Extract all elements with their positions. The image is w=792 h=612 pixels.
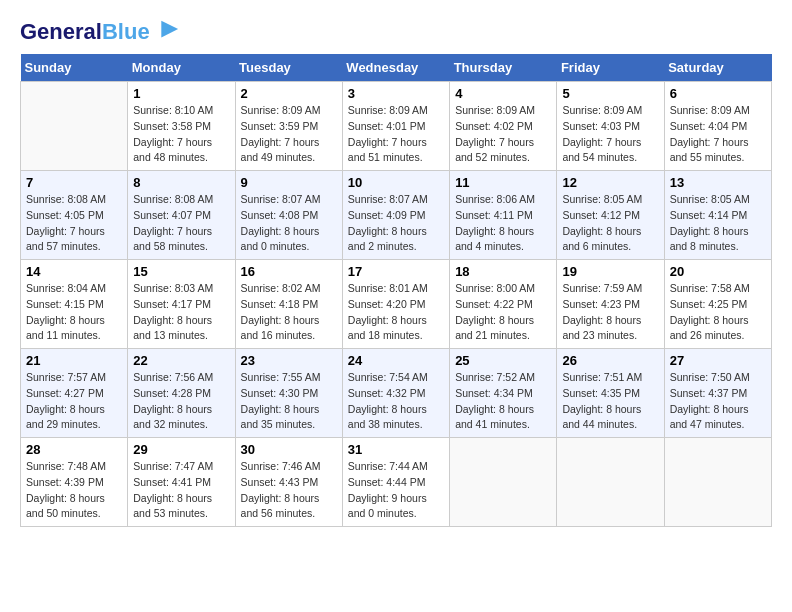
- day-number: 29: [133, 442, 229, 457]
- day-info: Sunrise: 7:59 AMSunset: 4:23 PMDaylight:…: [562, 281, 658, 344]
- logo: GeneralBlue: [20, 20, 180, 44]
- calendar-cell: [664, 438, 771, 527]
- day-number: 20: [670, 264, 766, 279]
- calendar-table: SundayMondayTuesdayWednesdayThursdayFrid…: [20, 54, 772, 527]
- day-number: 14: [26, 264, 122, 279]
- day-info: Sunrise: 7:47 AMSunset: 4:41 PMDaylight:…: [133, 459, 229, 522]
- day-number: 11: [455, 175, 551, 190]
- day-info: Sunrise: 8:08 AMSunset: 4:05 PMDaylight:…: [26, 192, 122, 255]
- calendar-cell: 10Sunrise: 8:07 AMSunset: 4:09 PMDayligh…: [342, 171, 449, 260]
- day-info: Sunrise: 8:09 AMSunset: 4:04 PMDaylight:…: [670, 103, 766, 166]
- week-row-2: 7Sunrise: 8:08 AMSunset: 4:05 PMDaylight…: [21, 171, 772, 260]
- calendar-cell: [450, 438, 557, 527]
- calendar-cell: 12Sunrise: 8:05 AMSunset: 4:12 PMDayligh…: [557, 171, 664, 260]
- calendar-cell: 14Sunrise: 8:04 AMSunset: 4:15 PMDayligh…: [21, 260, 128, 349]
- day-number: 10: [348, 175, 444, 190]
- calendar-cell: 2Sunrise: 8:09 AMSunset: 3:59 PMDaylight…: [235, 82, 342, 171]
- week-row-3: 14Sunrise: 8:04 AMSunset: 4:15 PMDayligh…: [21, 260, 772, 349]
- calendar-cell: [21, 82, 128, 171]
- day-info: Sunrise: 8:05 AMSunset: 4:14 PMDaylight:…: [670, 192, 766, 255]
- calendar-cell: 28Sunrise: 7:48 AMSunset: 4:39 PMDayligh…: [21, 438, 128, 527]
- day-number: 1: [133, 86, 229, 101]
- day-number: 6: [670, 86, 766, 101]
- logo-icon: [152, 16, 180, 44]
- weekday-header-saturday: Saturday: [664, 54, 771, 82]
- day-info: Sunrise: 8:09 AMSunset: 4:01 PMDaylight:…: [348, 103, 444, 166]
- calendar-cell: 17Sunrise: 8:01 AMSunset: 4:20 PMDayligh…: [342, 260, 449, 349]
- day-info: Sunrise: 8:02 AMSunset: 4:18 PMDaylight:…: [241, 281, 337, 344]
- week-row-1: 1Sunrise: 8:10 AMSunset: 3:58 PMDaylight…: [21, 82, 772, 171]
- day-number: 31: [348, 442, 444, 457]
- calendar-cell: 9Sunrise: 8:07 AMSunset: 4:08 PMDaylight…: [235, 171, 342, 260]
- day-info: Sunrise: 8:09 AMSunset: 4:03 PMDaylight:…: [562, 103, 658, 166]
- day-info: Sunrise: 8:05 AMSunset: 4:12 PMDaylight:…: [562, 192, 658, 255]
- calendar-cell: 5Sunrise: 8:09 AMSunset: 4:03 PMDaylight…: [557, 82, 664, 171]
- calendar-cell: 7Sunrise: 8:08 AMSunset: 4:05 PMDaylight…: [21, 171, 128, 260]
- day-info: Sunrise: 8:08 AMSunset: 4:07 PMDaylight:…: [133, 192, 229, 255]
- calendar-cell: 21Sunrise: 7:57 AMSunset: 4:27 PMDayligh…: [21, 349, 128, 438]
- calendar-cell: 18Sunrise: 8:00 AMSunset: 4:22 PMDayligh…: [450, 260, 557, 349]
- day-number: 23: [241, 353, 337, 368]
- weekday-header-tuesday: Tuesday: [235, 54, 342, 82]
- day-info: Sunrise: 8:09 AMSunset: 4:02 PMDaylight:…: [455, 103, 551, 166]
- day-info: Sunrise: 7:57 AMSunset: 4:27 PMDaylight:…: [26, 370, 122, 433]
- day-number: 9: [241, 175, 337, 190]
- day-number: 2: [241, 86, 337, 101]
- day-number: 3: [348, 86, 444, 101]
- page-header: GeneralBlue: [20, 20, 772, 44]
- day-info: Sunrise: 7:50 AMSunset: 4:37 PMDaylight:…: [670, 370, 766, 433]
- day-info: Sunrise: 7:58 AMSunset: 4:25 PMDaylight:…: [670, 281, 766, 344]
- day-number: 15: [133, 264, 229, 279]
- day-number: 30: [241, 442, 337, 457]
- day-info: Sunrise: 7:56 AMSunset: 4:28 PMDaylight:…: [133, 370, 229, 433]
- weekday-header-sunday: Sunday: [21, 54, 128, 82]
- calendar-cell: 26Sunrise: 7:51 AMSunset: 4:35 PMDayligh…: [557, 349, 664, 438]
- day-number: 5: [562, 86, 658, 101]
- day-number: 16: [241, 264, 337, 279]
- calendar-cell: 30Sunrise: 7:46 AMSunset: 4:43 PMDayligh…: [235, 438, 342, 527]
- weekday-header-thursday: Thursday: [450, 54, 557, 82]
- day-number: 21: [26, 353, 122, 368]
- day-info: Sunrise: 8:01 AMSunset: 4:20 PMDaylight:…: [348, 281, 444, 344]
- day-number: 13: [670, 175, 766, 190]
- day-info: Sunrise: 7:46 AMSunset: 4:43 PMDaylight:…: [241, 459, 337, 522]
- calendar-cell: 27Sunrise: 7:50 AMSunset: 4:37 PMDayligh…: [664, 349, 771, 438]
- weekday-header-wednesday: Wednesday: [342, 54, 449, 82]
- day-info: Sunrise: 8:07 AMSunset: 4:09 PMDaylight:…: [348, 192, 444, 255]
- calendar-cell: 31Sunrise: 7:44 AMSunset: 4:44 PMDayligh…: [342, 438, 449, 527]
- calendar-cell: 16Sunrise: 8:02 AMSunset: 4:18 PMDayligh…: [235, 260, 342, 349]
- weekday-header-monday: Monday: [128, 54, 235, 82]
- calendar-cell: 29Sunrise: 7:47 AMSunset: 4:41 PMDayligh…: [128, 438, 235, 527]
- calendar-cell: [557, 438, 664, 527]
- day-info: Sunrise: 8:04 AMSunset: 4:15 PMDaylight:…: [26, 281, 122, 344]
- day-number: 28: [26, 442, 122, 457]
- day-number: 17: [348, 264, 444, 279]
- day-number: 19: [562, 264, 658, 279]
- calendar-cell: 11Sunrise: 8:06 AMSunset: 4:11 PMDayligh…: [450, 171, 557, 260]
- day-number: 24: [348, 353, 444, 368]
- calendar-cell: 25Sunrise: 7:52 AMSunset: 4:34 PMDayligh…: [450, 349, 557, 438]
- day-info: Sunrise: 7:55 AMSunset: 4:30 PMDaylight:…: [241, 370, 337, 433]
- calendar-cell: 22Sunrise: 7:56 AMSunset: 4:28 PMDayligh…: [128, 349, 235, 438]
- day-info: Sunrise: 7:54 AMSunset: 4:32 PMDaylight:…: [348, 370, 444, 433]
- day-number: 4: [455, 86, 551, 101]
- day-info: Sunrise: 7:48 AMSunset: 4:39 PMDaylight:…: [26, 459, 122, 522]
- svg-marker-0: [161, 21, 178, 38]
- calendar-cell: 4Sunrise: 8:09 AMSunset: 4:02 PMDaylight…: [450, 82, 557, 171]
- day-info: Sunrise: 8:07 AMSunset: 4:08 PMDaylight:…: [241, 192, 337, 255]
- day-number: 27: [670, 353, 766, 368]
- day-number: 22: [133, 353, 229, 368]
- day-info: Sunrise: 7:52 AMSunset: 4:34 PMDaylight:…: [455, 370, 551, 433]
- calendar-cell: 24Sunrise: 7:54 AMSunset: 4:32 PMDayligh…: [342, 349, 449, 438]
- day-info: Sunrise: 8:09 AMSunset: 3:59 PMDaylight:…: [241, 103, 337, 166]
- calendar-cell: 6Sunrise: 8:09 AMSunset: 4:04 PMDaylight…: [664, 82, 771, 171]
- calendar-cell: 1Sunrise: 8:10 AMSunset: 3:58 PMDaylight…: [128, 82, 235, 171]
- day-info: Sunrise: 7:44 AMSunset: 4:44 PMDaylight:…: [348, 459, 444, 522]
- calendar-cell: 3Sunrise: 8:09 AMSunset: 4:01 PMDaylight…: [342, 82, 449, 171]
- calendar-cell: 15Sunrise: 8:03 AMSunset: 4:17 PMDayligh…: [128, 260, 235, 349]
- day-number: 8: [133, 175, 229, 190]
- day-info: Sunrise: 8:00 AMSunset: 4:22 PMDaylight:…: [455, 281, 551, 344]
- day-info: Sunrise: 8:10 AMSunset: 3:58 PMDaylight:…: [133, 103, 229, 166]
- day-number: 18: [455, 264, 551, 279]
- logo-text: GeneralBlue: [20, 20, 150, 44]
